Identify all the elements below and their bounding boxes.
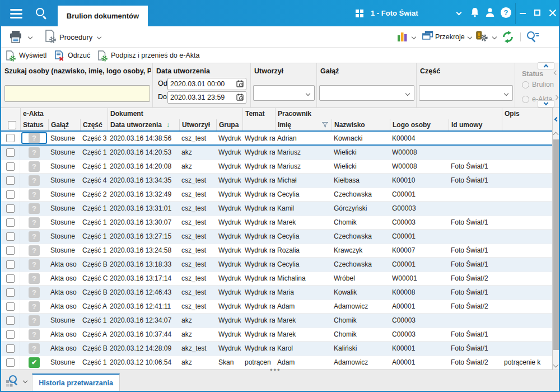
table-row[interactable]: ? Akta oso Część A 2020.03.16 12:41:11 c…	[1, 300, 552, 314]
row-checkbox[interactable]	[6, 162, 15, 171]
col-imie[interactable]: Imię	[275, 119, 332, 130]
settings-chevron-down-icon[interactable]	[492, 35, 497, 39]
procedury-chevron-down-icon[interactable]	[97, 35, 101, 39]
row-checkbox[interactable]	[6, 288, 15, 297]
group-dokument[interactable]: Dokument	[108, 108, 242, 119]
preview-panel-icon[interactable]	[6, 375, 20, 388]
maximize-button[interactable]	[534, 10, 540, 16]
row-checkbox[interactable]	[6, 274, 15, 283]
table-row[interactable]: ? Stosune Część 1 2020.03.16 13:30:07 cs…	[1, 216, 552, 230]
col-utworzyl[interactable]: Utworzył	[179, 119, 216, 130]
search-icon[interactable]	[36, 8, 44, 16]
calendar-icon[interactable]	[236, 80, 244, 88]
refresh-icon[interactable]	[501, 30, 515, 44]
settings-warning-icon[interactable]	[476, 31, 488, 42]
tab-brulion-dokumentow[interactable]: Brulion dokumentów	[58, 6, 148, 26]
czesc-select[interactable]	[419, 85, 513, 101]
table-row[interactable]: ? Akta oso Część B 2020.03.16 13:18:33 c…	[1, 258, 552, 272]
col-grupa[interactable]: Grupa	[216, 119, 242, 130]
menu-icon[interactable]	[10, 9, 22, 18]
group-eakta[interactable]: e-Akta	[20, 108, 108, 119]
table-row[interactable]: ? Stosune Część 2 2020.03.16 13:32:49 cs…	[1, 188, 552, 202]
scroll-up-icon[interactable]	[553, 132, 559, 138]
col-id-umowy[interactable]: Id umowy	[449, 119, 502, 130]
scroll-down-icon[interactable]	[553, 362, 559, 368]
filter-scroll-left-icon[interactable]	[554, 71, 558, 75]
filter-scroll-right-icon[interactable]	[554, 95, 558, 100]
group-opis[interactable]: Opis	[502, 108, 552, 119]
row-checkbox[interactable]	[6, 302, 15, 311]
table-row[interactable]: ? Stosune Część 1 2020.03.16 13:27:15 cs…	[1, 230, 552, 244]
table-row[interactable]: ? Stosune Część 1 2020.03.16 13:31:01 cs…	[1, 202, 552, 216]
radio-icon[interactable]	[522, 81, 529, 88]
table-row[interactable]: ? Stosune Część 1 2020.03.16 12:34:07 ak…	[1, 314, 552, 328]
table-row[interactable]: ? Akta oso Część A 2020.03.16 10:37:44 a…	[1, 328, 552, 342]
group-pracownik[interactable]: Pracownik	[275, 108, 502, 119]
table-row[interactable]: ? Stosune Część 4 2020.03.16 13:34:35 cs…	[1, 174, 552, 188]
row-checkbox[interactable]	[6, 218, 15, 227]
col-galaz[interactable]: Gałąź	[48, 119, 80, 130]
splitter-handle[interactable]: •••	[270, 366, 281, 374]
radio-icon[interactable]	[522, 96, 529, 103]
przekroje-chevron-down-icon[interactable]	[468, 35, 472, 39]
od-date-input[interactable]: 2020.03.01 00:00	[167, 78, 246, 90]
col-data-utworzenia[interactable]: Data utworzenia↓	[108, 119, 179, 130]
table-row[interactable]: ? Akta oso Część B 2020.03.16 12:46:43 c…	[1, 286, 552, 300]
chart-chevron-down-icon[interactable]	[412, 35, 416, 39]
przekroje-button[interactable]: Przekroje	[435, 33, 465, 41]
col-logo-osoby[interactable]: Logo osoby	[390, 119, 449, 130]
table-row[interactable]: ? Akta oso Część C 2020.03.16 13:17:14 c…	[1, 272, 552, 286]
szukaj-input[interactable]	[4, 85, 150, 102]
row-checkbox[interactable]	[6, 134, 15, 142]
table-row[interactable]: ? Stosune Część 3 2020.03.16 14:38:56 cs…	[1, 130, 552, 146]
col-nazwisko[interactable]: Nazwisko	[332, 119, 390, 130]
close-button[interactable]	[549, 9, 557, 17]
print-chevron-down-icon[interactable]	[28, 35, 32, 39]
row-checkbox[interactable]	[6, 148, 15, 157]
galaz-select[interactable]	[319, 85, 414, 101]
tab-historia-przetwarzania[interactable]: Historia przetwarzania	[32, 374, 120, 391]
minimize-button[interactable]	[520, 13, 526, 14]
filter-scroll-down-button[interactable]	[538, 100, 554, 108]
col-czesc[interactable]: Część	[80, 119, 108, 130]
status-option-brulion[interactable]: Brulion	[522, 81, 554, 88]
odrzuc-button[interactable]: Odrzuć	[68, 52, 90, 59]
user-icon[interactable]	[485, 7, 495, 18]
chart-icon[interactable]	[397, 31, 408, 42]
row-checkbox[interactable]	[6, 316, 15, 325]
calendar-icon[interactable]	[236, 94, 244, 101]
company-chevron-down-icon[interactable]	[456, 10, 462, 16]
select-all-checkbox[interactable]	[8, 121, 16, 129]
notifications-bell-icon[interactable]	[470, 7, 480, 18]
preview-chevron-down-icon[interactable]	[23, 379, 27, 383]
wyswietl-button[interactable]: Wyświetl	[19, 52, 46, 59]
group-temat[interactable]: Temat	[242, 108, 275, 119]
filter-funnel-icon[interactable]	[322, 122, 328, 128]
filter-scroll-up-button[interactable]	[538, 62, 554, 69]
table-row[interactable]: ? Stosune Część 1 2020.03.16 14:20:53 ak…	[1, 146, 552, 160]
utworzyl-select[interactable]	[253, 85, 315, 101]
advanced-search-icon[interactable]	[526, 31, 540, 43]
company-selector[interactable]: 1 - Foto Świat	[371, 9, 418, 17]
row-checkbox[interactable]	[6, 246, 15, 255]
row-checkbox[interactable]	[6, 358, 15, 367]
row-checkbox[interactable]	[6, 330, 15, 339]
scrollbar-thumb[interactable]	[553, 139, 559, 350]
vertical-scrollbar[interactable]	[552, 130, 559, 370]
print-icon[interactable]	[9, 30, 22, 44]
table-row[interactable]: ? Stosune Część 1 2020.03.16 14:20:08 ak…	[1, 160, 552, 174]
row-checkbox[interactable]	[6, 232, 15, 241]
przekroje-icon[interactable]	[422, 31, 433, 41]
help-icon[interactable]: ?	[501, 7, 511, 18]
procedury-button[interactable]: Procedury	[59, 33, 92, 41]
row-checkbox[interactable]	[6, 260, 15, 269]
table-row[interactable]: ? Akta oso Część B 2020.03.12 14:28:09 a…	[1, 342, 552, 356]
row-checkbox[interactable]	[6, 344, 15, 353]
apps-grid-icon[interactable]	[356, 10, 363, 17]
procedury-icon[interactable]	[45, 30, 57, 44]
col-status[interactable]: Status	[20, 119, 48, 130]
collapse-panel-button[interactable]	[552, 108, 559, 130]
podpisz-button[interactable]: Podpisz i przenieś do e-Akta	[111, 52, 199, 59]
row-checkbox[interactable]	[6, 190, 15, 199]
sort-desc-icon[interactable]: ↓	[166, 121, 170, 129]
